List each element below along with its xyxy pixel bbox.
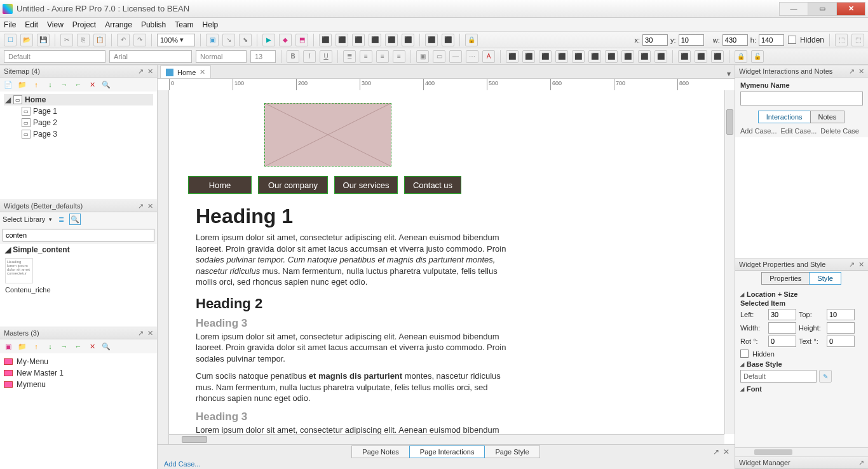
chevron-down-icon[interactable]: ▼ <box>48 217 53 222</box>
new-icon[interactable]: ☐ <box>4 34 17 46</box>
add-master-icon[interactable]: ▣ <box>3 341 14 352</box>
indent-icon[interactable]: ← <box>72 79 84 90</box>
list-view-icon[interactable]: ≣ <box>55 214 67 225</box>
zoom-select[interactable]: 100% ▾ <box>157 34 195 46</box>
popout-icon[interactable]: ↗ <box>849 261 855 269</box>
delete-icon[interactable]: ✕ <box>86 79 98 90</box>
popout-icon[interactable]: ↗ <box>713 447 719 456</box>
base-style-select[interactable]: Default <box>740 370 817 383</box>
master-item[interactable]: Mymenu <box>4 379 153 390</box>
widget-search-input[interactable] <box>3 229 154 241</box>
widget-name-input[interactable] <box>740 92 863 105</box>
pos-w-input[interactable] <box>722 34 748 46</box>
add-page-icon[interactable]: 📄 <box>3 79 14 90</box>
close-panel-icon[interactable]: ✕ <box>858 261 864 269</box>
close-panel-icon[interactable]: ✕ <box>858 67 864 76</box>
select-library-label[interactable]: Select Library <box>3 215 45 223</box>
menu-edit[interactable]: Edit <box>25 20 38 29</box>
master-item[interactable]: My-Menu <box>4 356 153 367</box>
close-tab-icon[interactable]: ✕ <box>200 68 205 76</box>
minimize-button[interactable]: — <box>779 2 808 16</box>
menu-team[interactable]: Team <box>175 20 193 29</box>
outdent-icon[interactable]: → <box>58 79 70 90</box>
rotation-input[interactable] <box>768 336 796 347</box>
redo-icon[interactable]: ↷ <box>133 34 146 46</box>
order-icon[interactable]: ⬛ <box>588 50 601 63</box>
close-panel-icon[interactable]: ✕ <box>723 447 729 456</box>
align-left-icon[interactable]: ⬛ <box>319 34 332 46</box>
save-icon[interactable]: 💾 <box>37 34 50 46</box>
indent-icon[interactable]: ← <box>72 341 84 352</box>
menu-project[interactable]: Project <box>72 20 96 29</box>
align-top-icon[interactable]: ⬛ <box>369 34 381 46</box>
close-panel-icon[interactable]: ✕ <box>147 329 153 337</box>
footnote-icon[interactable]: ⬛ <box>711 50 724 63</box>
menu-help[interactable]: Help <box>203 20 219 29</box>
popout-icon[interactable]: ↗ <box>858 459 864 467</box>
line-color-icon[interactable]: ▭ <box>433 50 445 63</box>
paste-icon[interactable]: 📋 <box>93 34 106 46</box>
group-icon[interactable]: ⬛ <box>539 50 552 63</box>
back-icon[interactable]: ⬛ <box>522 50 535 63</box>
tab-home[interactable]: Home ✕ <box>160 65 211 78</box>
menu-button-contact[interactable]: Contact us <box>404 176 461 194</box>
selection-mode-icon[interactable]: ▣ <box>206 34 219 46</box>
line-style-icon[interactable]: ⋯ <box>466 50 478 63</box>
chevron-down-icon[interactable]: ▾ <box>723 69 735 78</box>
height-input[interactable] <box>827 322 855 334</box>
distribute-v-icon[interactable]: ⬛ <box>442 34 454 46</box>
pos-x-input[interactable] <box>642 34 668 46</box>
design-canvas[interactable]: Home Our company Our services Contact us… <box>169 90 724 434</box>
align-text-left-icon[interactable]: ≡ <box>360 50 372 63</box>
move-up-icon[interactable]: ↑ <box>31 79 42 90</box>
content-widget[interactable]: Heading 1 Lorem ipsum dolor sit amet, co… <box>196 205 513 434</box>
bullets-icon[interactable]: ≣ <box>343 50 356 63</box>
unlock-icon[interactable]: 🔓 <box>751 50 764 63</box>
footnote-icon[interactable]: ⬛ <box>678 50 691 63</box>
image-placeholder-widget[interactable] <box>264 103 391 167</box>
popout-icon[interactable]: ↗ <box>138 329 144 337</box>
top-input[interactable] <box>827 309 855 320</box>
lock-icon[interactable]: 🔒 <box>735 50 747 63</box>
underline-icon[interactable]: U <box>320 50 332 63</box>
properties-tab[interactable]: Properties <box>761 272 810 285</box>
interactions-tab[interactable]: Interactions <box>758 111 811 123</box>
close-panel-icon[interactable]: ✕ <box>147 67 153 76</box>
order-icon[interactable]: ⬛ <box>654 50 667 63</box>
maximize-button[interactable]: ▭ <box>808 2 837 16</box>
pos-h-input[interactable] <box>759 34 784 46</box>
font-header[interactable]: Font <box>740 385 863 393</box>
pos-y-input[interactable] <box>679 34 704 46</box>
undo-icon[interactable]: ↶ <box>117 34 130 46</box>
left-input[interactable] <box>768 309 796 320</box>
page-interactions-tab[interactable]: Page Interactions <box>409 445 485 458</box>
page-style-tab[interactable]: Page Style <box>484 445 539 458</box>
location-size-header[interactable]: Location + Size <box>740 290 863 298</box>
delete-case-link[interactable]: Delete Case <box>820 127 859 135</box>
menu-button-company[interactable]: Our company <box>258 176 328 194</box>
align-bottom-icon[interactable]: ⬛ <box>402 34 414 46</box>
align-center-icon[interactable]: ⬛ <box>336 34 348 46</box>
sitemap-item[interactable]: ▭Page 2 <box>4 117 153 128</box>
panel-scrollbar[interactable] <box>735 447 868 456</box>
preview-icon[interactable]: ▶ <box>262 34 275 46</box>
bold-icon[interactable]: B <box>287 50 299 63</box>
outdent-icon[interactable]: → <box>58 341 70 352</box>
menu-button-services[interactable]: Our services <box>334 176 398 194</box>
connector-icon[interactable]: ↘ <box>222 34 235 46</box>
master-item[interactable]: New Master 1 <box>4 367 153 379</box>
add-folder-icon[interactable]: 📁 <box>17 79 28 90</box>
horizontal-scrollbar[interactable] <box>169 434 724 444</box>
base-style-header[interactable]: Base Style <box>740 360 863 368</box>
menu-file[interactable]: File <box>4 20 16 29</box>
order-icon[interactable]: ⬛ <box>621 50 634 63</box>
add-case-link[interactable]: Add Case... <box>158 459 735 469</box>
font-select[interactable]: Arial <box>109 50 192 63</box>
copy-icon[interactable]: ⎘ <box>77 34 90 46</box>
add-folder-icon[interactable]: 📁 <box>17 341 28 352</box>
sitemap-item-home[interactable]: ◢▭Home <box>4 94 153 105</box>
close-panel-icon[interactable]: ✕ <box>147 202 153 210</box>
text-rotation-input[interactable] <box>827 336 855 347</box>
popout-icon[interactable]: ↗ <box>138 67 144 76</box>
ungroup-icon[interactable]: ⬛ <box>555 50 568 63</box>
